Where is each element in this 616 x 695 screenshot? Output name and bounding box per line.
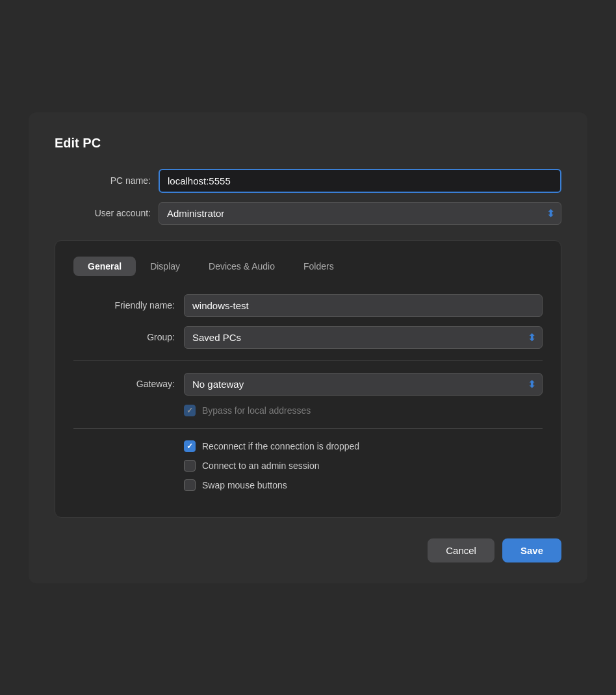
tab-devices-audio[interactable]: Devices & Audio	[194, 257, 289, 276]
swap-mouse-label: Swap mouse buttons	[202, 480, 287, 490]
gateway-select[interactable]: No gateway	[184, 373, 543, 396]
group-label: Group:	[73, 332, 184, 342]
swap-mouse-checkbox[interactable]	[184, 479, 196, 491]
admin-session-checkbox-row: Connect to an admin session	[184, 460, 543, 472]
tabs-bar: General Display Devices & Audio Folders	[73, 257, 543, 276]
swap-mouse-checkbox-row: Swap mouse buttons	[184, 479, 543, 491]
admin-session-label: Connect to an admin session	[202, 461, 320, 471]
edit-pc-dialog: Edit PC PC name: User account: Administr…	[29, 112, 587, 583]
bypass-checkbox[interactable]	[184, 405, 196, 416]
reconnect-checkbox[interactable]	[184, 440, 196, 452]
user-account-label: User account:	[55, 208, 159, 218]
group-row: Group: Saved PCs ⬍	[73, 326, 543, 349]
gateway-select-wrapper: No gateway ⬍	[184, 373, 543, 396]
bypass-row: Bypass for local addresses	[184, 405, 543, 416]
friendly-name-row: Friendly name:	[73, 294, 543, 317]
divider-2	[73, 428, 543, 429]
tab-display[interactable]: Display	[136, 257, 194, 276]
reconnect-label: Reconnect if the connection is dropped	[202, 441, 359, 451]
user-account-row: User account: Administrator ⬍	[55, 202, 561, 225]
dialog-title: Edit PC	[55, 136, 561, 151]
dialog-footer: Cancel Save	[55, 538, 561, 562]
pc-name-input[interactable]	[159, 169, 561, 193]
tab-folders[interactable]: Folders	[289, 257, 348, 276]
divider-1	[73, 360, 543, 361]
pc-name-row: PC name:	[55, 169, 561, 193]
pc-name-label: PC name:	[55, 175, 159, 186]
tabs-container: General Display Devices & Audio Folders …	[55, 240, 561, 518]
user-account-select-wrapper: Administrator ⬍	[159, 202, 561, 225]
bypass-label: Bypass for local addresses	[202, 405, 311, 416]
general-tab-content: Friendly name: Group: Saved PCs ⬍ Gatewa…	[73, 294, 543, 491]
user-account-select[interactable]: Administrator	[159, 202, 561, 225]
reconnect-checkbox-row: Reconnect if the connection is dropped	[184, 440, 543, 452]
friendly-name-input[interactable]	[184, 294, 543, 317]
friendly-name-label: Friendly name:	[73, 300, 184, 310]
save-button[interactable]: Save	[502, 538, 561, 562]
gateway-row: Gateway: No gateway ⬍	[73, 373, 543, 396]
gateway-label: Gateway:	[73, 379, 184, 389]
admin-session-checkbox[interactable]	[184, 460, 196, 472]
tab-general[interactable]: General	[73, 257, 136, 276]
cancel-button[interactable]: Cancel	[428, 538, 494, 562]
group-select[interactable]: Saved PCs	[184, 326, 543, 349]
group-select-wrapper: Saved PCs ⬍	[184, 326, 543, 349]
